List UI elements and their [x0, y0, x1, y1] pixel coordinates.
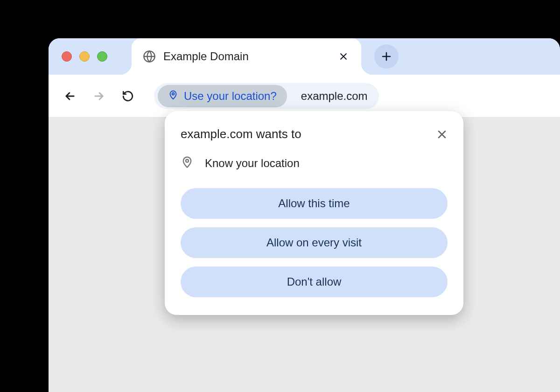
url-text: example.com [301, 90, 368, 103]
permission-dialog-title: example.com wants to [181, 127, 301, 141]
location-pin-icon [181, 155, 194, 171]
window-minimize-button[interactable] [79, 51, 90, 62]
tab-strip: Example Domain [49, 38, 560, 75]
permission-chip[interactable]: Use your location? [158, 85, 287, 107]
permission-dialog-close-button[interactable] [436, 129, 448, 140]
address-bar[interactable]: Use your location? example.com [154, 83, 379, 109]
deny-button[interactable]: Don't allow [181, 266, 448, 297]
allow-once-button[interactable]: Allow this time [181, 188, 448, 219]
forward-button[interactable] [92, 90, 105, 103]
browser-window: Example Domain Use your location? [49, 38, 560, 392]
permission-dialog: example.com wants to Know your location … [165, 111, 463, 315]
permission-item-label: Know your location [205, 157, 300, 170]
permission-item: Know your location [181, 155, 448, 171]
tab-title: Example Domain [163, 50, 339, 63]
window-controls [62, 51, 107, 62]
svg-point-1 [172, 92, 175, 95]
reload-button[interactable] [121, 90, 134, 103]
allow-always-button[interactable]: Allow on every visit [181, 227, 448, 258]
location-pin-icon [168, 90, 178, 103]
browser-tab[interactable]: Example Domain [132, 38, 361, 75]
window-maximize-button[interactable] [97, 51, 107, 62]
tab-close-button[interactable] [339, 52, 348, 61]
permission-chip-label: Use your location? [184, 90, 277, 103]
globe-icon [143, 50, 156, 63]
back-button[interactable] [63, 90, 77, 103]
svg-point-2 [186, 160, 189, 162]
new-tab-button[interactable] [374, 44, 399, 69]
window-close-button[interactable] [62, 51, 72, 62]
